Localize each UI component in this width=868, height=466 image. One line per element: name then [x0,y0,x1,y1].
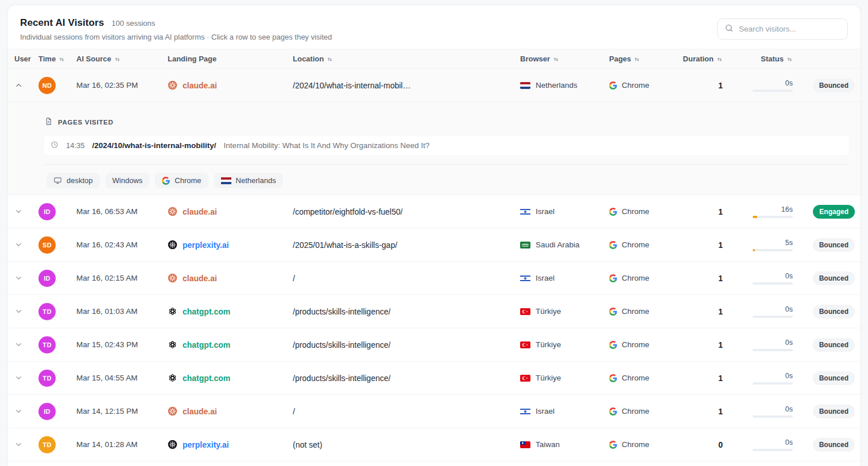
duration-cell: 0s [730,438,801,451]
avatar: ID [38,270,56,287]
flag-tr-icon [520,308,530,315]
time-value: Mar 14, 01:28 AM [76,440,138,449]
landing-page-value: (not set) [293,440,322,449]
chatgpt-icon [168,373,177,383]
landing-page-value: /products/skills-intelligence/ [293,307,390,316]
duration-bar [753,216,793,218]
table-row[interactable]: TDMar 16, 01:03 AMchatgpt.com/products/s… [7,295,861,328]
table-row[interactable]: SDMar 16, 02:43 AMperplexity.ai/2025/01/… [7,228,861,262]
avatar: SD [38,236,56,254]
user-cell: TD [30,436,69,453]
duration-value: 16s [781,205,793,213]
column-header-label: User [14,55,31,63]
chrome-icon [162,177,170,185]
visited-page-item[interactable]: 14:35/2024/10/what-is-internal-mobility/… [44,136,849,155]
column-header-duration[interactable]: Duration [681,55,730,63]
chevron-down-icon [14,274,23,282]
duration-value: 0s [785,438,793,446]
chevron-down-icon [14,207,23,216]
duration-value: 0s [785,372,793,380]
table-header-row: UserTimeAI SourceLanding PageLocationBro… [7,49,861,69]
browser-value: Chrome [622,81,649,90]
pages-value: 1 [718,81,723,90]
status-cell: Bounced [801,238,861,252]
table-body: NDMar 16, 02:35 PMclaude.ai/2024/10/what… [7,69,861,461]
column-header-browser[interactable]: Browser [518,55,606,63]
landing-page-cell: /competitor/eightfold-vs-fuel50/ [286,207,518,216]
table-row[interactable]: TDMar 14, 01:28 AMperplexity.ai(not set)… [7,428,861,461]
location-cell: Türkiye [518,340,606,349]
expand-cell[interactable] [7,207,30,216]
duration-value: 5s [785,239,793,247]
browser-cell: Chrome [606,440,681,449]
chevron-down-icon [14,407,23,415]
chevron-down-icon [14,240,23,249]
meta-chip-desktop: desktop [46,173,100,188]
column-header-pages[interactable]: Pages [606,55,681,63]
chrome-icon [609,407,617,415]
table-row[interactable]: TDMar 15, 02:43 PMchatgpt.com/products/s… [7,328,861,362]
perplexity-icon [168,440,177,449]
panel-divider [44,164,849,165]
expand-cell[interactable] [7,440,30,449]
landing-page-value: / [293,274,295,283]
flag-nl-icon [221,177,231,184]
location-cell: Israel [518,207,606,216]
search-box[interactable] [717,18,848,40]
expand-cell[interactable] [7,340,30,349]
time-value: Mar 16, 06:53 AM [76,207,138,216]
table-row[interactable]: IDMar 14, 12:15 PMclaude.ai/IsraelChrome… [7,395,861,428]
user-cell: TD [30,370,69,387]
pages-visited-label: PAGES VISITED [58,119,113,126]
pages-cell: 1 [681,240,730,250]
location-value: Netherlands [536,81,578,90]
table-row[interactable]: IDMar 16, 02:15 AMclaude.ai/IsraelChrome… [7,262,861,295]
pages-value: 1 [718,340,723,350]
page-background: Recent AI Visitors 100 sessions Individu… [0,0,868,466]
meta-chip-netherlands: Netherlands [214,173,283,188]
chrome-icon [609,274,617,282]
duration-bar [753,449,793,451]
status-cell: Bounced [801,438,861,452]
expand-cell[interactable] [7,307,30,316]
column-header-label: Landing Page [168,55,216,63]
visited-page-path: /2024/10/what-is-internal-mobility/ [92,141,216,150]
ai-source-cell: perplexity.ai [161,440,286,449]
table-row[interactable]: IDMar 16, 06:53 AMclaude.ai/competitor/e… [7,195,861,228]
expand-cell[interactable] [7,81,30,90]
duration-bar [753,382,793,385]
status-cell: Bounced [801,405,861,418]
expand-cell[interactable] [7,274,30,282]
sort-icon [786,56,793,63]
search-icon [724,24,734,35]
time-value: Mar 16, 02:35 PM [76,81,138,90]
expand-cell[interactable] [7,374,30,382]
landing-page-cell: /products/skills-intelligence/ [286,340,518,350]
landing-page-cell: /2025/01/what-is-a-skills-gap/ [286,240,518,250]
sort-icon [716,56,723,63]
browser-cell: Chrome [606,374,681,382]
search-input[interactable] [739,25,840,33]
time-cell: Mar 15, 04:55 AM [69,374,161,382]
column-header-status[interactable]: Status [730,55,801,63]
ai-source-cell: chatgpt.com [161,340,286,350]
duration-bar-fill [753,249,755,251]
column-header-label: Location [293,55,324,63]
column-header-ai-source[interactable]: AI Source [69,55,161,63]
location-cell: Taiwan [518,440,606,449]
monitor-icon [53,176,62,185]
duration-bar [753,90,793,92]
location-cell: Saudi Arabia [518,240,606,249]
pages-cell: 1 [681,307,730,316]
expand-cell[interactable] [7,407,30,415]
landing-page-value: /products/skills-intelligence/ [293,374,390,383]
browser-value: Chrome [622,440,649,449]
expand-cell[interactable] [7,240,30,249]
pages-cell: 1 [681,340,730,350]
table-row[interactable]: TDMar 15, 04:55 AMchatgpt.com/products/s… [7,362,861,395]
column-header-location[interactable]: Location [286,55,518,63]
location-value: Türkiye [536,307,561,316]
flag-il-icon [520,275,530,282]
table-row[interactable]: NDMar 16, 02:35 PMclaude.ai/2024/10/what… [7,69,861,102]
column-header-time[interactable]: Time [30,55,69,63]
